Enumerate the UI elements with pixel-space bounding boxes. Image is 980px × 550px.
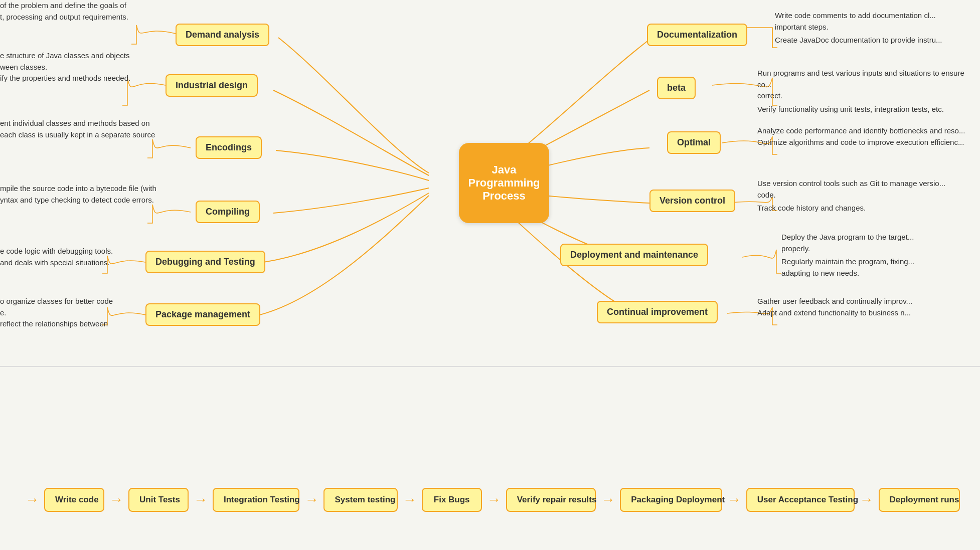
branch-package[interactable]: Package management bbox=[145, 303, 260, 326]
flow-arrow-1: → bbox=[109, 492, 123, 508]
branch-compiling[interactable]: Compiling bbox=[196, 201, 260, 223]
branch-industrial[interactable]: Industrial design bbox=[166, 74, 258, 97]
text-optimal: Analyze code performance and identify bo… bbox=[757, 125, 965, 148]
flow-node-uat[interactable]: User Acceptance Testing bbox=[746, 488, 855, 512]
flow-arrow-0: → bbox=[25, 492, 39, 508]
branch-beta[interactable]: beta bbox=[657, 77, 696, 99]
text-debugging: e code logic with debugging tools. and d… bbox=[0, 246, 113, 268]
flow-node-deployment[interactable]: Deployment runs bbox=[879, 488, 960, 512]
flow-arrow-6: → bbox=[601, 492, 615, 508]
flow-node-system[interactable]: System testing bbox=[323, 488, 397, 512]
mindmap-area: Java Programming Process Demand analysis… bbox=[0, 0, 980, 366]
flowchart-area: → Write code → Unit Tests → Integration … bbox=[0, 450, 980, 550]
branch-demand[interactable]: Demand analysis bbox=[176, 24, 269, 46]
text-deployment: Deploy the Java program to the target...… bbox=[781, 232, 914, 279]
text-version: Use version control tools such as Git to… bbox=[757, 178, 945, 214]
branch-encodings[interactable]: Encodings bbox=[196, 136, 262, 159]
flow-node-integration[interactable]: Integration Testing bbox=[213, 488, 299, 512]
text-beta: Run programs and test various inputs and… bbox=[757, 68, 978, 115]
flow-arrow-3: → bbox=[304, 492, 318, 508]
section-divider bbox=[0, 366, 980, 367]
text-encodings: ent individual classes and methods based… bbox=[0, 118, 155, 140]
branch-continual[interactable]: Continual improvement bbox=[597, 301, 718, 323]
center-label: Java Programming Process bbox=[464, 163, 544, 203]
branch-documentalization[interactable]: Documentalization bbox=[647, 24, 747, 46]
text-documentalization: Write code comments to add documentation… bbox=[775, 10, 942, 46]
flow-node-verify[interactable]: Verify repair results bbox=[506, 488, 596, 512]
branch-optimal[interactable]: Optimal bbox=[667, 131, 721, 154]
flow-node-writecode[interactable]: Write code bbox=[44, 488, 104, 512]
flow-arrow-8: → bbox=[860, 492, 874, 508]
text-industrial: e structure of Java classes and objects … bbox=[0, 50, 130, 84]
flow-node-packaging[interactable]: Packaging Deployment bbox=[620, 488, 722, 512]
flow-node-unittests[interactable]: Unit Tests bbox=[128, 488, 189, 512]
text-demand: of the problem and define the goals of t… bbox=[0, 0, 128, 23]
flow-arrow-5: → bbox=[487, 492, 501, 508]
flow-arrow-4: → bbox=[403, 492, 417, 508]
flow-node-fixbugs[interactable]: Fix Bugs bbox=[422, 488, 482, 512]
text-package: o organize classes for better code e. re… bbox=[0, 296, 113, 330]
flow-arrow-2: → bbox=[194, 492, 208, 508]
text-compiling: mpile the source code into a bytecode fi… bbox=[0, 183, 156, 206]
branch-version[interactable]: Version control bbox=[649, 190, 735, 212]
center-node: Java Programming Process bbox=[459, 143, 549, 223]
text-continual: Gather user feedback and continually imp… bbox=[757, 296, 912, 318]
flow-arrow-7: → bbox=[727, 492, 741, 508]
branch-deployment[interactable]: Deployment and maintenance bbox=[560, 244, 708, 266]
branch-debugging[interactable]: Debugging and Testing bbox=[145, 251, 265, 273]
